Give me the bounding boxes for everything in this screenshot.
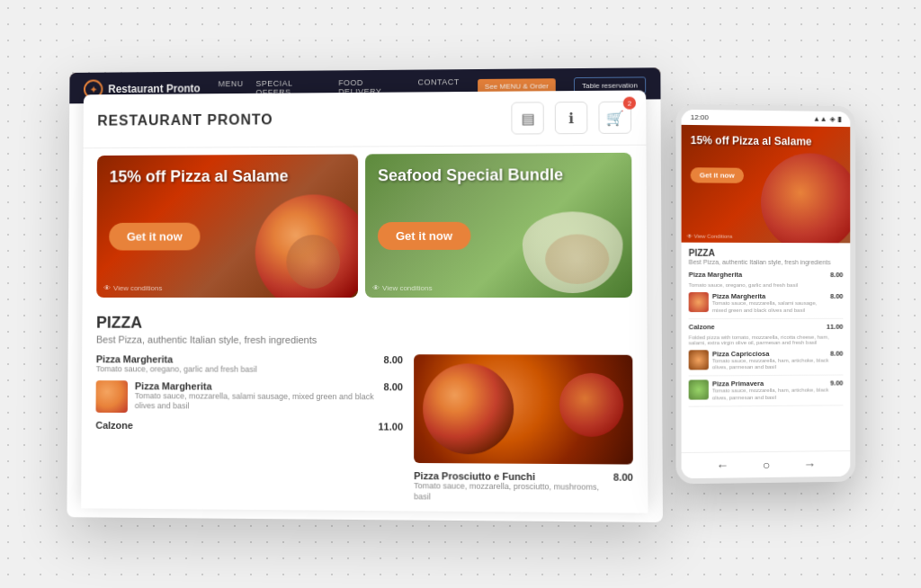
- mobile-menu-item-1: Pizza Margherita 8.00: [689, 271, 844, 279]
- menu-item-3-price: 11.00: [378, 421, 403, 432]
- mobile-eye-icon: 👁: [687, 233, 693, 238]
- mobile-view-conditions[interactable]: 👁 View Conditions: [687, 233, 733, 238]
- mobile-item-2-info: Pizza Margherita Tomato sauce, mozzarell…: [712, 292, 830, 315]
- eye-icon-2: 👁: [372, 284, 380, 292]
- mobile-mockup: 12:00 ▲▲ ◈ ▮ 15% off Pizza al Salame Get…: [675, 103, 855, 484]
- mobile-item-3-desc: Folded pizza with tomato, mozzarella, ri…: [689, 334, 844, 345]
- mobile-status-bar: 12:00 ▲▲ ◈ ▮: [682, 110, 851, 127]
- featured-item-info: Pizza Prosciutto e Funchi Tomato sauce, …: [414, 470, 613, 503]
- mobile-menu-item-3: Calzone 11.00: [689, 322, 844, 330]
- pizza-image-circle-2: [559, 373, 624, 437]
- promo-title-2: Seafood Special Bundle: [378, 165, 619, 186]
- mobile-menu-item-2: Pizza Margherita Tomato sauce, mozzarell…: [689, 292, 844, 319]
- mobile-category-desc: Best Pizza, authentic Italian style, fre…: [689, 259, 844, 265]
- category-title: PIZZA: [96, 314, 632, 334]
- featured-item-caption: Pizza Prosciutto e Funchi Tomato sauce, …: [414, 470, 633, 504]
- cart-icon-button[interactable]: 🛒 2: [598, 101, 631, 133]
- promo-title-1: 15% off Pizza al Salame: [110, 166, 346, 187]
- info-icon-button[interactable]: ℹ: [555, 102, 588, 134]
- mobile-item-3-name: Calzone: [689, 323, 715, 331]
- featured-item-price: 8.00: [613, 471, 633, 482]
- info-icon: ℹ: [568, 109, 574, 126]
- mobile-category-title: PIZZA: [689, 248, 844, 259]
- mobile-item-1-name: Pizza Margherita: [689, 271, 743, 279]
- mobile-menu-item-5: Pizza Primavera Tomato sauce, mozzarella…: [689, 379, 844, 406]
- mobile-item-5-left: Pizza Primavera Tomato sauce, mozzarella…: [689, 379, 830, 403]
- menu-item-1-price: 8.00: [384, 354, 403, 365]
- mobile-item-5-info: Pizza Primavera Tomato sauce, mozzarella…: [712, 379, 830, 403]
- menu-item-2-price: 8.00: [384, 381, 404, 392]
- promo-content-1: 15% off Pizza al Salame Get it now: [96, 154, 358, 263]
- mobile-home-button[interactable]: ○: [763, 458, 770, 472]
- mobile-item-5-desc: Tomato sauce, mozzarella, ham, artichoke…: [712, 388, 830, 403]
- mobile-item-4-name: Pizza Capricciosa: [712, 349, 830, 358]
- mobile-hero-content: 15% off Pizza al Salame Get it now: [682, 125, 851, 193]
- promo-section: 15% off Pizza al Salame Get it now 👁 Vie…: [83, 145, 648, 304]
- mobile-back-button[interactable]: ←: [716, 458, 729, 472]
- mobile-item-2-thumb: [689, 292, 709, 312]
- category-description: Best Pizza, authentic Italian style, fre…: [96, 334, 632, 345]
- battery-icon: ▮: [837, 115, 841, 123]
- menu-item-3-name: Calzone: [95, 419, 133, 430]
- menu-item-1: Pizza Margherita Tomato sauce, oregano, …: [96, 353, 403, 376]
- menu-columns: Pizza Margherita Tomato sauce, oregano, …: [95, 353, 633, 503]
- promo-content-2: Seafood Special Bundle Get it now: [365, 153, 632, 263]
- mobile-item-2-left: Pizza Margherita Tomato sauce, mozzarell…: [689, 292, 830, 315]
- featured-item-image: [414, 354, 633, 464]
- featured-item-col: Pizza Prosciutto e Funchi Tomato sauce, …: [414, 354, 633, 504]
- main-scene: ✦ Restaurant Pronto MENU SPECIAL OFFERS …: [47, 51, 874, 537]
- menu-item-1-info: Pizza Margherita Tomato sauce, oregano, …: [96, 353, 257, 375]
- app-header-icons: ▤ ℹ 🛒 2: [511, 101, 631, 134]
- app-panel: RESTAURANT PRONTO ▤ ℹ 🛒 2: [81, 90, 648, 513]
- menu-icon-button[interactable]: ▤: [511, 102, 543, 134]
- mobile-item-4-info: Pizza Capricciosa Tomato sauce, mozzarel…: [712, 349, 830, 371]
- app-header: RESTAURANT PRONTO ▤ ℹ 🛒 2: [84, 90, 647, 148]
- mobile-item-4-price: 8.00: [830, 349, 843, 371]
- menu-item-1-desc: Tomato sauce, oregano, garlic and fresh …: [96, 364, 257, 375]
- mobile-item-2-price: 8.00: [830, 292, 843, 314]
- menu-item-2-thumb: [95, 380, 128, 413]
- view-conditions-1[interactable]: 👁 View conditions: [103, 284, 162, 292]
- mobile-item-5-thumb: [689, 379, 709, 399]
- menu-list: Pizza Margherita Tomato sauce, oregano, …: [95, 353, 403, 502]
- featured-item-desc: Tomato sauce, mozzarella, prosciutto, mu…: [414, 481, 613, 503]
- mobile-content: PIZZA Best Pizza, authentic Italian styl…: [682, 242, 851, 451]
- mobile-hero: 15% off Pizza al Salame Get it now 👁 Vie…: [682, 125, 851, 244]
- signal-icon: ▲▲: [813, 114, 827, 122]
- mobile-item-5-price: 9.00: [830, 379, 843, 401]
- menu-section: PIZZA Best Pizza, authentic Italian styl…: [81, 305, 648, 513]
- mobile-item-4-thumb: [689, 350, 709, 370]
- menu-item-2-info: Pizza Margherita Tomato sauce, mozzarell…: [135, 380, 377, 413]
- app-title: RESTAURANT PRONTO: [97, 111, 273, 129]
- view-conditions-2[interactable]: 👁 View conditions: [372, 284, 433, 292]
- menu-icon: ▤: [521, 110, 534, 127]
- wifi-icon: ◈: [830, 115, 836, 123]
- get-it-now-button-2[interactable]: Get it now: [378, 221, 470, 249]
- get-it-now-button-1[interactable]: Get it now: [109, 222, 200, 250]
- mobile-get-button[interactable]: Get it now: [691, 167, 744, 183]
- menu-item-1-name: Pizza Margherita: [96, 353, 257, 364]
- desktop-mockup: ✦ Restaurant Pronto MENU SPECIAL OFFERS …: [67, 67, 663, 522]
- mobile-item-2-desc: Tomato sauce, mozzarella, salami sausage…: [712, 300, 830, 315]
- eye-icon-1: 👁: [103, 284, 111, 292]
- menu-item-2-name: Pizza Margherita: [135, 380, 377, 392]
- mobile-forward-button[interactable]: →: [803, 457, 816, 471]
- cart-badge: 2: [623, 96, 636, 109]
- cart-icon: 🛒: [606, 109, 624, 126]
- mobile-promo-title: 15% off Pizza al Salame: [691, 134, 842, 148]
- mobile-status-icons: ▲▲ ◈ ▮: [813, 114, 842, 122]
- mobile-menu-item-4: Pizza Capricciosa Tomato sauce, mozzarel…: [689, 349, 844, 376]
- menu-item-2-desc: Tomato sauce, mozzarella, salami sausage…: [135, 391, 377, 414]
- menu-item-3: Calzone 11.00: [95, 419, 403, 432]
- mobile-item-1-desc: Tomato sauce, oregano, garlic and fresh …: [689, 282, 844, 288]
- mobile-item-1-price: 8.00: [830, 271, 843, 279]
- menu-item-3-info: Calzone: [95, 419, 133, 430]
- mobile-nav-bar: ← ○ →: [682, 450, 851, 478]
- promo-banner-1: 15% off Pizza al Salame Get it now 👁 Vie…: [96, 154, 358, 298]
- mobile-item-2-name: Pizza Margherita: [712, 292, 830, 300]
- mobile-item-4-desc: Tomato sauce, mozzarella, ham, artichoke…: [712, 357, 830, 371]
- promo-banner-2: Seafood Special Bundle Get it now 👁 View…: [365, 153, 632, 298]
- mobile-item-3-price: 11.00: [827, 322, 844, 330]
- mobile-item-4-left: Pizza Capricciosa Tomato sauce, mozzarel…: [689, 349, 830, 371]
- mobile-time: 12:00: [691, 113, 709, 121]
